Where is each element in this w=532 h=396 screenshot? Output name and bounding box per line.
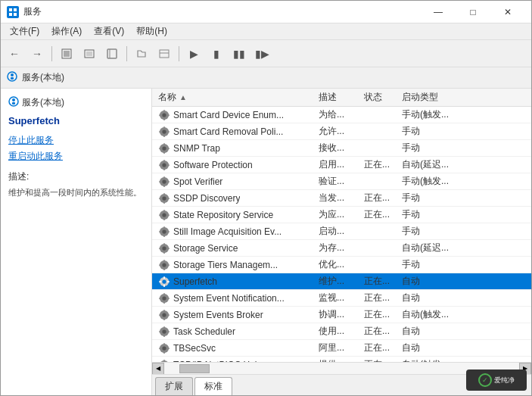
service-startup-cell: 手动(触发... (402, 108, 462, 121)
stop-service-link[interactable]: 停止此服务 (8, 134, 144, 147)
maximize-button[interactable]: □ (456, 1, 490, 23)
window-title: 服务 (23, 5, 42, 18)
menu-view[interactable]: 查看(V) (88, 23, 130, 39)
menu-action[interactable]: 操作(A) (45, 23, 88, 39)
restart-button[interactable]: ▮▶ (251, 43, 272, 64)
service-name-cell: Still Image Acquisition Ev... (152, 226, 319, 238)
service-desc-cell: 验证... (319, 175, 364, 188)
service-desc-cell: 为应... (319, 208, 364, 221)
service-startup-cell: 自动(延迟... (402, 158, 462, 171)
service-desc-cell: 使用... (319, 325, 364, 338)
table-row[interactable]: Spot Verifier 验证... 手动(触发... (152, 173, 531, 190)
svg-rect-29 (159, 131, 162, 133)
svg-point-98 (162, 329, 166, 333)
svg-point-50 (162, 196, 166, 200)
svg-rect-45 (163, 176, 165, 179)
svg-rect-71 (159, 248, 162, 249)
svg-rect-2 (9, 13, 12, 16)
restart-service-link[interactable]: 重启动此服务 (8, 150, 144, 163)
service-name: Spot Verifier (173, 176, 222, 187)
open-button[interactable] (131, 43, 152, 64)
service-name-cell: SSDP Discovery (152, 192, 319, 204)
stop-button[interactable]: ▮ (206, 43, 227, 64)
svg-rect-76 (163, 267, 165, 270)
close-button[interactable]: ✕ (490, 1, 525, 23)
svg-rect-3 (14, 13, 17, 16)
view-button-2[interactable] (101, 43, 123, 64)
service-desc-cell: 监视... (319, 292, 364, 304)
table-row[interactable]: Storage Service 为存... 自动(延迟... (152, 240, 531, 257)
menu-file[interactable]: 文件(F) (4, 23, 45, 39)
table-row[interactable]: System Event Notification... 监视... 正在...… (152, 290, 531, 307)
service-status-cell: 正在... (364, 308, 402, 321)
col-header-name[interactable]: 名称 ▲ (152, 91, 319, 104)
table-row[interactable]: Still Image Acquisition Ev... 启动... 手动 (152, 223, 531, 240)
svg-rect-70 (163, 251, 165, 254)
tab-standard[interactable]: 标准 (194, 377, 232, 395)
col-header-startup[interactable]: 启动类型 (402, 91, 462, 104)
table-row[interactable]: Task Scheduler 使用... 正在... 自动 (152, 323, 531, 340)
menu-help[interactable]: 帮助(H) (130, 23, 173, 39)
svg-rect-52 (163, 201, 165, 204)
table-row[interactable]: System Events Broker 协调... 正在... 自动(触发..… (152, 307, 531, 323)
address-icon (7, 71, 17, 84)
up-button[interactable] (56, 43, 77, 64)
table-row[interactable]: Superfetch 维护... 正在... 自动 (152, 273, 531, 290)
table-row[interactable]: TCP/IP NetBIOS Helper 提供... 正在... 自动(触发.… (152, 357, 531, 362)
service-startup-cell: 自动(触发... (402, 308, 462, 321)
svg-rect-42 (167, 164, 170, 166)
table-row[interactable]: TBSecSvc 阿里... 正在... 自动 (152, 340, 531, 357)
col-header-status[interactable]: 状态 (364, 91, 402, 104)
left-panel: 服务(本地) Superfetch 停止此服务 重启动此服务 描述: 维护和提高… (1, 89, 152, 395)
svg-rect-89 (159, 298, 162, 299)
back-button[interactable]: ← (4, 43, 25, 64)
service-desc-cell: 允许... (319, 125, 364, 138)
table-row[interactable]: Software Protection 启用... 正在... 自动(延迟... (152, 157, 531, 173)
scroll-left-button[interactable]: ◀ (152, 363, 164, 375)
svg-rect-41 (159, 164, 162, 166)
service-name: System Event Notification... (173, 293, 285, 304)
svg-point-92 (162, 313, 166, 316)
svg-rect-72 (167, 248, 170, 249)
table-row[interactable]: Storage Tiers Managem... 优化... 手动 (152, 257, 531, 273)
tab-expand[interactable]: 扩展 (155, 377, 193, 395)
window-controls: — □ ✕ (421, 1, 525, 23)
service-name-cell: Smart Card Removal Poli... (152, 126, 319, 138)
main-content: 服务(本地) Superfetch 停止此服务 重启动此服务 描述: 维护和提高… (1, 89, 531, 395)
svg-rect-95 (159, 314, 162, 316)
service-desc-cell: 为给... (319, 108, 364, 121)
scroll-thumb[interactable] (179, 364, 210, 373)
service-status-cell: 正在... (364, 158, 402, 171)
service-description: 维护和提高一段时间内的系统性能。 (8, 186, 144, 199)
service-name-cell: Task Scheduler (152, 326, 319, 338)
play-button[interactable]: ▶ (183, 43, 204, 64)
service-name: State Repository Service (173, 210, 273, 220)
svg-rect-78 (167, 264, 170, 266)
service-desc-cell: 为存... (319, 242, 364, 254)
service-startup-cell: 手动 (402, 258, 462, 271)
service-name-cell: Storage Tiers Managem... (152, 259, 319, 271)
toolbar-sep-1 (51, 46, 52, 61)
services-list[interactable]: Smart Card Device Enum... 为给... 手动(触发...… (152, 107, 531, 362)
service-name: Storage Tiers Managem... (173, 260, 278, 270)
view-button-3[interactable] (154, 43, 175, 64)
toolbar-sep-2 (126, 46, 127, 61)
table-row[interactable]: SSDP Discovery 当发... 正在... 手动 (152, 190, 531, 207)
svg-rect-108 (167, 348, 170, 349)
minimize-button[interactable]: — (421, 1, 456, 23)
table-row[interactable]: Smart Card Removal Poli... 允许... 手动 (152, 123, 531, 140)
toolbar: ← → ▶ ▮ ▮▮ ▮▶ (1, 40, 531, 67)
table-row[interactable]: SNMP Trap 接收... 手动 (152, 140, 531, 157)
service-status-cell: 正在... (364, 341, 402, 354)
table-row[interactable]: Smart Card Device Enum... 为给... 手动(触发... (152, 107, 531, 123)
view-button-1[interactable] (79, 43, 100, 64)
col-header-desc[interactable]: 描述 (319, 91, 364, 104)
svg-point-62 (162, 229, 166, 233)
svg-rect-24 (167, 114, 170, 116)
forward-button[interactable]: → (26, 43, 48, 64)
pause-button[interactable]: ▮▮ (229, 43, 250, 64)
table-row[interactable]: State Repository Service 为应... 正在... 手动 (152, 207, 531, 223)
sort-arrow-icon: ▲ (179, 93, 187, 101)
svg-rect-53 (159, 198, 162, 199)
svg-rect-82 (163, 284, 165, 287)
